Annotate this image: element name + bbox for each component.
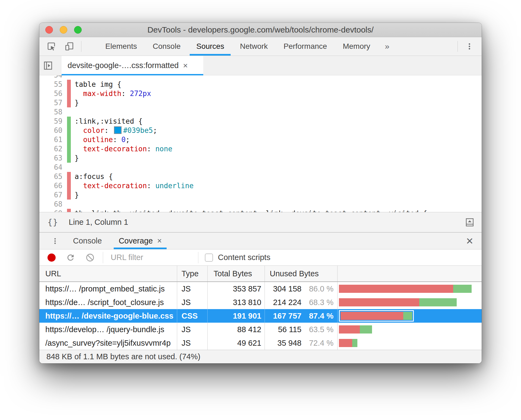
editor-line: 59 :link,:visited { xyxy=(39,117,482,126)
coverage-table-header: URL Type Total Bytes Unused Bytes xyxy=(39,266,482,282)
code-text: th :link,th :visited,.devsite-toast-cont… xyxy=(75,209,427,212)
editor-line: 69 th :link,th :visited,.devsite-toast-c… xyxy=(39,209,482,212)
editor-line: 61 outline: 0; xyxy=(39,135,482,144)
line-number: 65 xyxy=(39,172,62,181)
toolbar-divider xyxy=(103,252,103,263)
code-text: text-decoration: underline xyxy=(75,182,193,190)
code-text: table img { xyxy=(75,80,121,88)
drawer-tab-console[interactable]: Console xyxy=(68,233,107,249)
editor-line: 56 max-width: 272px xyxy=(39,89,482,98)
line-number: 64 xyxy=(39,163,62,171)
editor-line: 54 xyxy=(39,75,482,80)
line-number: 55 xyxy=(39,80,62,88)
column-header-total-bytes[interactable]: Total Bytes xyxy=(208,266,265,281)
line-number: 68 xyxy=(39,200,62,208)
more-tabs-chevron-icon[interactable]: » xyxy=(385,37,389,56)
line-number: 54 xyxy=(39,75,62,79)
drawer-menu-icon[interactable] xyxy=(51,233,59,249)
main-toolbar: ElementsConsoleSourcesNetworkPerformance… xyxy=(39,37,482,56)
content-scripts-checkbox[interactable] xyxy=(205,254,213,262)
file-tab-bar: devsite-google-….css:formatted × xyxy=(39,56,482,75)
main-tab-performance[interactable]: Performance xyxy=(284,37,327,56)
toolbar-divider xyxy=(198,252,198,263)
code-text: :link,:visited { xyxy=(75,117,142,125)
code-text: } xyxy=(75,191,79,199)
coverage-gutter-bar xyxy=(67,190,71,200)
close-window-button[interactable] xyxy=(45,26,53,34)
coverage-row[interactable]: /async_survey?site=ylj5ifxusvvmr4p JS 49… xyxy=(39,336,482,350)
minimize-window-button[interactable] xyxy=(60,26,67,34)
line-number: 56 xyxy=(39,89,62,98)
toolbar-divider xyxy=(458,41,458,52)
code-text: } xyxy=(75,99,79,107)
coverage-toolbar: Content scripts xyxy=(39,249,482,266)
editor-line: 60 color: #039be5; xyxy=(39,126,482,135)
editor-line: 62 text-decoration: none xyxy=(39,144,482,153)
line-number: 60 xyxy=(39,126,62,134)
device-toolbar-icon[interactable] xyxy=(64,37,74,56)
editor-line: 63 } xyxy=(39,153,482,163)
main-menu-icon[interactable] xyxy=(465,37,474,56)
zoom-window-button[interactable] xyxy=(74,26,82,34)
code-text: text-decoration: none xyxy=(75,145,172,153)
main-tab-elements[interactable]: Elements xyxy=(105,37,137,56)
line-number: 62 xyxy=(39,145,62,153)
code-editor[interactable]: 54 55 table img { 56 max-width: 272px 57… xyxy=(39,75,482,212)
coverage-table-rows: https://… /prompt_embed_static.js JS 353… xyxy=(39,282,482,350)
devtools-window: DevTools - developers.google.com/web/too… xyxy=(39,23,482,363)
reload-icon[interactable] xyxy=(66,253,75,262)
column-header-type[interactable]: Type xyxy=(177,266,208,281)
row-type: JS xyxy=(177,282,208,296)
editor-line: 57 } xyxy=(39,98,482,107)
line-number: 61 xyxy=(39,136,62,144)
coverage-row[interactable]: https://de… /script_foot_closure.js JS 3… xyxy=(39,296,482,309)
coverage-row[interactable]: https://develop… /jquery-bundle.js JS 88… xyxy=(39,323,482,336)
row-usage-bar xyxy=(338,296,482,309)
traffic-lights xyxy=(45,23,82,37)
source-file-tab[interactable]: devsite-google-….css:formatted × xyxy=(62,56,203,75)
editor-status-bar: {} Line 1, Column 1 xyxy=(39,212,482,233)
url-filter-input[interactable] xyxy=(110,253,190,262)
pretty-print-icon[interactable]: {} xyxy=(47,217,58,227)
row-total-bytes: 313 810 xyxy=(208,296,265,309)
code-text: a:focus { xyxy=(75,172,113,181)
line-number: 59 xyxy=(39,117,62,125)
drawer-tab-bar: Console Coverage × ✕ xyxy=(39,233,482,249)
row-usage-bar xyxy=(338,309,482,323)
show-navigator-icon[interactable] xyxy=(42,56,54,75)
column-header-unused-bytes[interactable]: Unused Bytes xyxy=(265,266,338,281)
main-tab-memory[interactable]: Memory xyxy=(343,37,370,56)
expand-drawer-icon[interactable] xyxy=(464,216,475,228)
inspect-element-icon[interactable] xyxy=(46,37,56,56)
editor-line: 65 a:focus { xyxy=(39,172,482,181)
row-url: /async_survey?site=ylj5ifxusvvmr4p xyxy=(39,336,177,350)
line-number: 63 xyxy=(39,154,62,162)
title-bar: DevTools - developers.google.com/web/too… xyxy=(39,23,482,37)
coverage-gutter-bar xyxy=(67,107,71,117)
column-header-bar xyxy=(338,266,482,281)
coverage-row[interactable]: https://… /prompt_embed_static.js JS 353… xyxy=(39,282,482,296)
source-file-tab-label: devsite-google-….css:formatted xyxy=(68,61,179,70)
coverage-summary-text: 848 KB of 1.1 MB bytes are not used. (74… xyxy=(46,352,200,361)
coverage-gutter-bar xyxy=(67,209,71,212)
coverage-gutter-bar xyxy=(67,126,71,135)
drawer-tab-coverage[interactable]: Coverage × xyxy=(114,233,167,249)
close-drawer-icon[interactable]: ✕ xyxy=(466,233,474,249)
coverage-gutter-bar xyxy=(67,163,71,172)
close-file-tab-icon[interactable]: × xyxy=(183,61,188,70)
close-coverage-tab-icon[interactable]: × xyxy=(157,236,162,245)
clear-icon[interactable] xyxy=(85,253,95,262)
row-url: https://… /devsite-google-blue.css xyxy=(39,309,177,323)
line-number: 69 xyxy=(39,209,62,212)
column-header-url[interactable]: URL xyxy=(39,266,177,281)
main-tab-console[interactable]: Console xyxy=(153,37,181,56)
line-number: 57 xyxy=(39,99,62,107)
code-text: color: #039be5; xyxy=(75,126,157,134)
line-number: 66 xyxy=(39,182,62,190)
row-url: https://de… /script_foot_closure.js xyxy=(39,296,177,309)
coverage-row[interactable]: https://… /devsite-google-blue.css CSS 1… xyxy=(39,309,482,323)
main-tab-sources[interactable]: Sources xyxy=(196,37,224,56)
record-button[interactable] xyxy=(47,254,56,262)
main-tab-network[interactable]: Network xyxy=(240,37,268,56)
coverage-gutter-bar xyxy=(67,153,71,163)
